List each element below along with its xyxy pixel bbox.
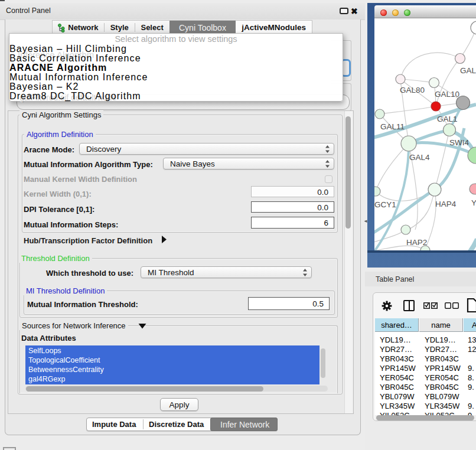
svg-text:GAL11: GAL11 [380, 122, 405, 131]
svg-text:GAL7: GAL7 [460, 66, 476, 75]
svg-text:GAL10: GAL10 [435, 90, 459, 99]
svg-text:SWI4: SWI4 [449, 138, 469, 147]
svg-text:HAP4: HAP4 [435, 200, 457, 208]
svg-text:GAL4: GAL4 [409, 153, 430, 162]
svg-text:GCY1: GCY1 [374, 200, 396, 209]
svg-text:GAL1: GAL1 [437, 115, 458, 123]
svg-text:GAL80: GAL80 [400, 86, 425, 94]
svg-text:HAP2: HAP2 [406, 238, 427, 247]
svg-text:Y: Y [471, 198, 476, 207]
